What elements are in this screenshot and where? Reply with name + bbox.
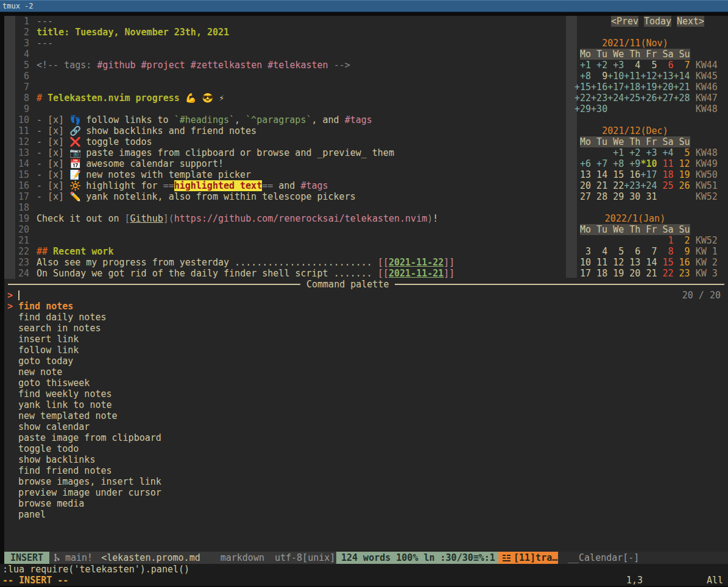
- tab-segment[interactable]: [11]tra…: [498, 552, 558, 564]
- palette-item[interactable]: find daily notes: [4, 312, 724, 323]
- calendar-day[interactable]: 27: [574, 191, 591, 202]
- palette-item[interactable]: goto today: [4, 356, 724, 367]
- calendar-nav-button[interactable]: Next>: [677, 16, 704, 27]
- calendar-day[interactable]: 29: [607, 191, 624, 202]
- command-line[interactable]: :lua require('telekasten').panel(): [0, 564, 728, 575]
- palette-item[interactable]: follow link: [4, 345, 724, 356]
- calendar-day[interactable]: 25: [657, 180, 673, 191]
- calendar-day[interactable]: 22: [607, 180, 624, 191]
- calendar-day[interactable]: 13: [624, 257, 640, 268]
- calendar-day[interactable]: 26: [674, 180, 690, 191]
- palette-item[interactable]: toggle todo: [4, 443, 724, 454]
- calendar-day[interactable]: 10: [574, 257, 591, 268]
- calendar-day[interactable]: [624, 104, 640, 114]
- calendar-day[interactable]: 15: [607, 169, 624, 180]
- calendar-day[interactable]: 31: [640, 191, 657, 202]
- calendar-day[interactable]: 17: [574, 268, 591, 279]
- calendar-day[interactable]: 28: [591, 191, 607, 202]
- palette-item[interactable]: show calendar: [4, 421, 724, 432]
- palette-item[interactable]: panel: [4, 509, 724, 520]
- editor-line[interactable]: 14- [x] 📅awesome calendar support!: [4, 158, 224, 169]
- editor-line[interactable]: 22## Recent work: [4, 246, 113, 257]
- calendar-day[interactable]: 4: [624, 60, 640, 71]
- calendar-day[interactable]: +20: [657, 82, 673, 93]
- calendar-day[interactable]: +22: [574, 93, 591, 104]
- calendar-day[interactable]: +3: [607, 60, 624, 71]
- calendar-day[interactable]: +21: [674, 82, 690, 93]
- calendar-day[interactable]: 7: [640, 246, 657, 257]
- calendar-day[interactable]: +25: [624, 93, 640, 104]
- calendar-day[interactable]: +1: [607, 147, 624, 158]
- calendar-day[interactable]: +30: [591, 104, 607, 114]
- calendar-day[interactable]: +6: [574, 158, 591, 169]
- calendar-nav-button[interactable]: Today: [644, 16, 671, 27]
- calendar-day[interactable]: 11: [657, 158, 673, 169]
- calendar-day[interactable]: [574, 235, 591, 246]
- calendar-day[interactable]: +27: [657, 93, 673, 104]
- calendar-nav-button[interactable]: <Prev: [611, 16, 638, 27]
- editor-line[interactable]: 1---: [4, 16, 53, 27]
- editor-line[interactable]: 16- [x] 🔆highlight for ==highlighted tex…: [4, 180, 328, 191]
- palette-item[interactable]: preview image under cursor: [4, 487, 724, 498]
- calendar-day[interactable]: 9: [674, 246, 690, 257]
- palette-prompt-input[interactable]: > 20 / 20: [4, 290, 728, 301]
- editor-line[interactable]: 11- [x] 🔗show backlinks and friend notes: [4, 125, 256, 136]
- calendar-day[interactable]: 19: [674, 169, 690, 180]
- calendar-day[interactable]: 12: [607, 257, 624, 268]
- calendar-day[interactable]: +16: [591, 82, 607, 93]
- calendar-day[interactable]: 11: [591, 257, 607, 268]
- calendar-day[interactable]: [607, 104, 624, 114]
- calendar-day[interactable]: [591, 235, 607, 246]
- calendar-day[interactable]: +24: [640, 180, 657, 191]
- calendar-day[interactable]: +17: [607, 82, 624, 93]
- editor-line[interactable]: 4: [4, 49, 37, 60]
- calendar-day[interactable]: 19: [607, 268, 624, 279]
- calendar-day[interactable]: +9: [624, 158, 640, 169]
- editor-line[interactable]: 19Check it out on [Github](https://githu…: [4, 213, 438, 224]
- calendar-day[interactable]: +14: [674, 71, 690, 82]
- calendar-day[interactable]: 8: [657, 246, 673, 257]
- calendar-day[interactable]: +2: [624, 147, 640, 158]
- calendar-day[interactable]: 30: [624, 191, 640, 202]
- calendar-day[interactable]: 7: [674, 60, 690, 71]
- calendar-day[interactable]: +24: [607, 93, 624, 104]
- calendar-day[interactable]: [574, 147, 591, 158]
- editor-line[interactable]: 18: [4, 202, 37, 213]
- calendar-day[interactable]: 4: [591, 246, 607, 257]
- calendar-day[interactable]: +13: [657, 71, 673, 82]
- calendar-day[interactable]: [657, 104, 673, 114]
- calendar-day[interactable]: [640, 104, 657, 114]
- calendar-day[interactable]: +26: [640, 93, 657, 104]
- palette-item[interactable]: show backlinks: [4, 454, 724, 465]
- calendar-day[interactable]: 18: [657, 169, 673, 180]
- calendar-day[interactable]: [674, 104, 690, 114]
- editor-line[interactable]: 13- [x] 📷paste images from clipboard or …: [4, 147, 394, 158]
- calendar-day[interactable]: 5: [640, 60, 657, 71]
- editor-line[interactable]: 3---: [4, 38, 53, 49]
- calendar-day[interactable]: +10: [607, 71, 624, 82]
- editor-line[interactable]: 9: [4, 104, 37, 114]
- calendar-day[interactable]: +29: [574, 104, 591, 114]
- editor-line[interactable]: 21: [4, 235, 37, 246]
- calendar-day[interactable]: +19: [640, 82, 657, 93]
- palette-item[interactable]: new note: [4, 367, 724, 378]
- editor-line[interactable]: 15- [x] 📝new notes with template picker: [4, 169, 251, 180]
- editor-line[interactable]: 10- [x] 👣follow links to `#headings`, `^…: [4, 114, 372, 125]
- palette-item[interactable]: find weekly notes: [4, 388, 724, 399]
- calendar-day[interactable]: +8: [574, 71, 591, 82]
- calendar-day[interactable]: 5: [607, 246, 624, 257]
- calendar-day[interactable]: 14: [640, 257, 657, 268]
- calendar-day[interactable]: +11: [624, 71, 640, 82]
- calendar-day[interactable]: +7: [591, 158, 607, 169]
- palette-item[interactable]: yank link to note: [4, 399, 724, 410]
- calendar-day[interactable]: [640, 235, 657, 246]
- calendar-day[interactable]: [657, 191, 673, 202]
- calendar-day[interactable]: 2: [674, 235, 690, 246]
- palette-item[interactable]: insert link: [4, 334, 724, 345]
- palette-item[interactable]: goto thisweek: [4, 378, 724, 388]
- calendar-day[interactable]: +23: [624, 180, 640, 191]
- calendar-day[interactable]: 23: [674, 268, 690, 279]
- palette-item[interactable]: search in notes: [4, 323, 724, 334]
- calendar-day[interactable]: 12: [674, 158, 690, 169]
- calendar-day[interactable]: +1: [574, 60, 591, 71]
